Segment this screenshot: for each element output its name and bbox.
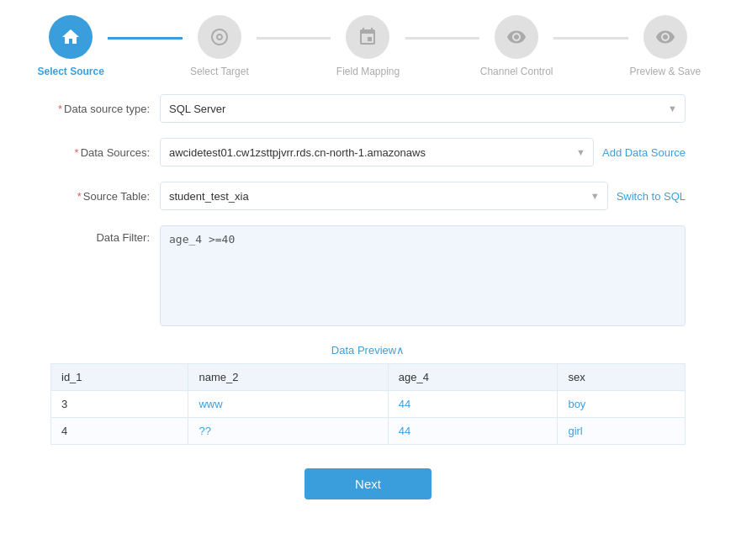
step-select-source[interactable]: Select Source — [34, 15, 108, 77]
footer: Next — [0, 468, 736, 499]
table-header-cell: id_1 — [51, 364, 188, 391]
table-cell: 44 — [388, 418, 558, 445]
datasource-type-row: *Data source type: SQL Server ▼ — [50, 94, 686, 123]
step-label-select-target: Select Target — [190, 66, 249, 77]
datasource-type-label: *Data source type: — [50, 103, 160, 115]
table-header-cell: sex — [558, 364, 686, 391]
source-table-row: *Source Table: student_test_xia ▼ Switch… — [50, 182, 686, 210]
data-sources-label: *Data Sources: — [50, 146, 160, 159]
connector-3 — [405, 37, 479, 40]
step-label-select-source: Select Source — [37, 66, 103, 77]
source-table-wrap: student_test_xia ▼ Switch to SQL — [160, 182, 686, 210]
step-field-mapping[interactable]: Field Mapping — [331, 15, 405, 77]
table-body: 3www44boy4??44girl — [51, 391, 686, 445]
data-filter-wrap — [160, 225, 686, 329]
step-label-channel-control: Channel Control — [480, 66, 553, 77]
step-label-preview-save: Preview & Save — [629, 66, 701, 77]
next-button[interactable]: Next — [304, 468, 432, 499]
step-label-field-mapping: Field Mapping — [336, 66, 400, 77]
add-data-source-button[interactable]: Add Data Source — [602, 146, 686, 159]
data-preview-section: Data Preview∧ id_1name_2age_4sex 3www44b… — [50, 344, 686, 445]
source-table-label: *Source Table: — [50, 190, 160, 203]
step-icon-channel-control — [495, 15, 538, 59]
form-area: *Data source type: SQL Server ▼ *Data So… — [0, 86, 736, 329]
step-icon-preview-save — [643, 15, 687, 59]
source-table-select-wrapper: student_test_xia ▼ — [160, 182, 608, 210]
step-icon-field-mapping — [346, 15, 389, 59]
data-sources-row: *Data Sources: awcidetest01.cw1zsttpjvrr… — [50, 138, 686, 166]
datasource-type-select[interactable]: SQL Server — [160, 94, 686, 123]
data-sources-select-wrapper: awcidetest01.cw1zsttpjvrr.rds.cn-north-1… — [160, 138, 594, 166]
table-header-cell: age_4 — [388, 364, 558, 391]
datasource-type-select-wrapper: SQL Server ▼ — [160, 94, 686, 123]
step-preview-save[interactable]: Preview & Save — [628, 15, 702, 77]
data-preview-toggle[interactable]: Data Preview∧ — [50, 344, 686, 357]
step-icon-select-source — [49, 15, 93, 59]
data-preview-table: id_1name_2age_4sex 3www44boy4??44girl — [50, 363, 686, 445]
table-cell: 4 — [51, 418, 188, 445]
connector-1 — [108, 37, 182, 40]
step-channel-control[interactable]: Channel Control — [479, 15, 553, 77]
table-row: 4??44girl — [51, 418, 686, 445]
data-filter-row: Data Filter: — [50, 225, 686, 329]
table-header-row: id_1name_2age_4sex — [51, 364, 686, 391]
table-header-cell: name_2 — [188, 364, 388, 391]
table-header: id_1name_2age_4sex — [51, 364, 686, 391]
data-sources-wrap: awcidetest01.cw1zsttpjvrr.rds.cn-north-1… — [160, 138, 686, 166]
switch-to-sql-button[interactable]: Switch to SQL — [617, 190, 686, 203]
table-cell: www — [188, 391, 388, 418]
table-cell: 3 — [51, 391, 188, 418]
connector-2 — [257, 37, 331, 40]
step-select-target[interactable]: Select Target — [183, 15, 257, 77]
table-cell: boy — [558, 391, 686, 418]
source-table-select[interactable]: student_test_xia — [160, 182, 608, 210]
step-icon-select-target — [198, 15, 241, 59]
table-cell: girl — [558, 418, 686, 445]
table-row: 3www44boy — [51, 391, 686, 418]
table-cell: 44 — [388, 391, 558, 418]
stepper: Select Source Select Target Field Mappin… — [0, 0, 736, 86]
data-filter-label: Data Filter: — [50, 225, 160, 244]
data-sources-select[interactable]: awcidetest01.cw1zsttpjvrr.rds.cn-north-1… — [160, 138, 594, 166]
filter-textarea-wrap — [160, 225, 686, 329]
datasource-type-wrap: SQL Server ▼ — [160, 94, 686, 123]
data-filter-input[interactable] — [160, 225, 686, 326]
connector-4 — [553, 37, 627, 40]
table-cell: ?? — [188, 418, 388, 445]
